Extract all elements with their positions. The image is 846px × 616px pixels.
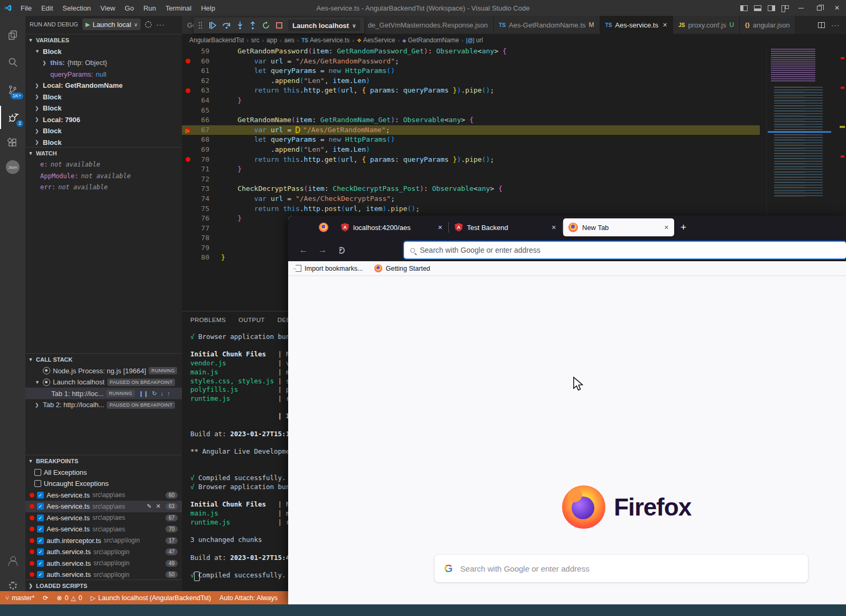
debug-config-dropdown[interactable]: Launch localhost ∨ [288,20,360,31]
more-actions-icon[interactable]: ··· [831,21,840,29]
variable-row[interactable]: queryParams:null [25,68,182,80]
breakpoint-row[interactable]: ✓auth.service.tssrc\app\login49 [25,557,182,569]
breakpoint-gutter[interactable]: ▷ [182,125,194,135]
breakpoint-checkbox[interactable]: ✓ [37,548,44,555]
breakpoint-gutter[interactable] [182,224,194,234]
url-bar[interactable]: Search with Google or enter address [404,242,846,259]
breadcrumb-item[interactable]: Aes-service.ts [310,36,350,44]
breadcrumb-item[interactable]: GetRandomName [408,36,459,44]
variable-row[interactable]: ❯Block [25,136,182,148]
debug-session-item[interactable]: ▷ Launch localhost (AngularBackendTst) [91,594,212,602]
menu-help[interactable]: Help [196,4,220,12]
breakpoint-checkbox[interactable] [34,469,41,476]
restart-icon[interactable] [262,21,270,30]
callstack-action-icon[interactable]: ❙❙ [139,390,148,397]
run-and-debug-icon[interactable]: 2 [0,106,25,129]
breakpoint-gutter[interactable] [182,233,194,243]
breakpoint-gutter[interactable] [182,214,194,224]
breakpoint-gutter[interactable] [182,47,194,57]
breadcrumb-item[interactable]: src [251,36,260,44]
newtab-search-bar[interactable]: G Search with Google or enter address [435,555,808,582]
breakpoint-row[interactable]: ✓Aes-service.tssrc\app\aes70 [25,523,182,535]
menu-selection[interactable]: Selection [58,4,95,12]
getting-started-bookmark[interactable]: Getting Started [374,264,430,272]
editor-tab[interactable]: {}angular.json [740,16,796,34]
breakpoint-checkbox[interactable]: ✓ [37,571,44,578]
callstack-row[interactable]: ❯Tab 2: http://localh...PAUSED ON BREAKP… [25,399,182,411]
variable-row[interactable]: ❯Block [25,103,182,114]
breadcrumb-item[interactable]: AesService [363,36,396,44]
watch-row[interactable]: AppModule:not available [25,170,182,182]
variable-row[interactable]: ❯Local: 7906 [25,114,182,125]
toggle-panel-icon[interactable] [754,5,761,11]
menu-view[interactable]: View [96,4,120,12]
breakpoint-checkbox[interactable]: ✓ [37,492,44,499]
breakpoint-gutter[interactable] [182,96,194,106]
continue-icon[interactable] [208,21,217,30]
breakpoint-gutter[interactable] [182,86,194,96]
breakpoint-checkbox[interactable]: ✓ [37,560,44,567]
breakpoint-checkbox[interactable]: ✓ [37,537,44,544]
close-button[interactable]: ✕ [828,0,846,16]
auto-attach-item[interactable]: Auto Attach: Always [219,594,278,602]
json-extension-icon[interactable]: Json [0,155,25,179]
breakpoint-row[interactable]: ✓auth.service.tssrc\app\login50 [25,569,182,581]
breakpoint-checkbox[interactable]: ✓ [37,526,44,532]
toggle-sidebar-icon[interactable] [740,5,748,11]
git-branch-item[interactable]: ⑂ master* [5,594,34,602]
forward-icon[interactable]: → [316,245,329,255]
variable-row[interactable]: ❯Block [25,125,182,137]
stop-icon[interactable] [275,22,283,29]
variable-row[interactable]: ❯Block [25,91,182,103]
launch-config-dropdown[interactable]: ▶ Launch local ∨ [82,19,141,30]
breadcrumb-item[interactable]: url [476,36,483,44]
breakpoint-gutter[interactable] [182,57,194,67]
more-actions-icon[interactable]: ··· [156,21,164,29]
toggle-secondary-sidebar-icon[interactable] [768,5,775,11]
menu-run[interactable]: Run [139,4,161,12]
step-over-icon[interactable] [222,21,231,30]
toolbar-grip-icon[interactable] [198,21,203,30]
breakpoint-checkbox[interactable]: ✓ [37,514,44,521]
close-icon[interactable]: ✕ [438,224,443,231]
watch-section-header[interactable]: ▼WATCH [25,147,182,159]
breadcrumb-item[interactable]: app [266,36,277,44]
breakpoint-gutter[interactable] [182,76,194,86]
breakpoint-checkbox[interactable]: ✓ [37,503,44,510]
callstack-action-icon[interactable]: ↑ [167,390,170,397]
breakpoint-row[interactable]: ✓Aes-service.tssrc\app\aes✎✕63 [25,501,182,512]
breakpoint-row[interactable]: ✓Aes-service.tssrc\app\aes60 [25,489,182,501]
breakpoint-row[interactable]: ✓Aes-service.tssrc\app\aes67 [25,512,182,523]
source-control-icon[interactable]: 1K+ [0,78,25,102]
breakpoint-action-icon[interactable]: ✕ [156,503,161,510]
breakpoint-gutter[interactable] [182,243,194,253]
variable-row[interactable]: ❯Local: GetRandomName [25,80,182,91]
close-icon[interactable]: ✕ [551,224,556,231]
breakpoints-section-header[interactable]: ▼BREAKPOINTS [25,455,182,466]
breakpoint-row[interactable]: Uncaught Exceptions [25,478,182,490]
breakpoint-action-icon[interactable]: ✎ [146,503,151,510]
debug-settings-gear-icon[interactable] [145,21,152,28]
variable-row[interactable]: ▼Block [25,45,182,57]
breakpoint-gutter[interactable] [182,106,194,116]
back-icon[interactable]: ← [297,245,310,255]
breakpoint-gutter[interactable] [182,253,194,263]
breakpoint-row[interactable]: All Exceptions [25,466,182,478]
watch-row[interactable]: err:not available [25,181,182,193]
callstack-row[interactable]: Tab 1: http://loc...RUNNING❙❙↻↓↑ [25,388,182,399]
breadcrumb-item[interactable]: aes [284,36,294,44]
breakpoint-gutter[interactable] [182,164,194,174]
step-into-icon[interactable] [236,21,244,30]
import-bookmarks-item[interactable]: Import bookmarks... [296,265,363,272]
breakpoint-gutter[interactable] [182,135,194,145]
reload-icon[interactable] [338,247,345,254]
minimize-button[interactable] [792,0,810,16]
new-tab-button[interactable]: + [681,222,686,233]
editor-tab[interactable]: JSproxy.conf.jsU [673,16,740,34]
accounts-icon[interactable] [0,549,25,572]
breadcrumb[interactable]: AngularBackendTst›src›app›aes›TSAes-serv… [182,34,846,47]
search-icon[interactable] [0,51,25,74]
start-debug-icon[interactable]: ▶ [86,21,90,28]
breakpoint-gutter[interactable] [182,66,194,76]
menu-edit[interactable]: Edit [36,4,58,12]
